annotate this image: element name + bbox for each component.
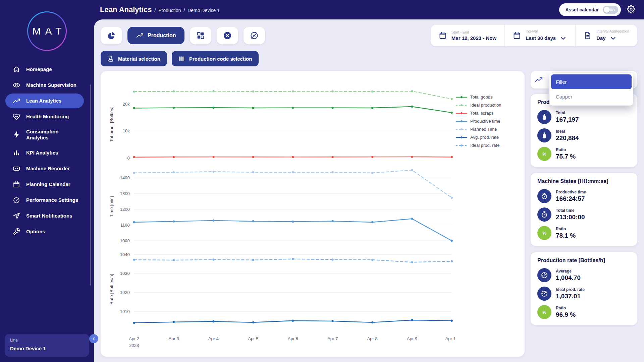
sidebar-item-machine-supervision[interactable]: Machine Supervision (5, 78, 84, 93)
sidebar-item-machine-recorder[interactable]: Machine Recorder (5, 161, 84, 176)
legend-item[interactable]: Productive time (455, 119, 519, 124)
production-code-selection-button[interactable]: Production code selection (172, 51, 259, 66)
kpi-row-ratio: % Ratio 78.1 % (537, 226, 631, 240)
clear-selection-button[interactable] (217, 27, 238, 44)
legend-line-sample (455, 104, 468, 107)
dropdown-option-capper[interactable]: Capper (551, 89, 632, 104)
legend-item[interactable]: Planned Time (455, 127, 519, 132)
view-switcher: Production (101, 27, 265, 44)
sidebar-menu: Homepage Machine Supervision Lean Analyt… (0, 59, 94, 330)
svg-text:Rate [Bottles/h]: Rate [Bottles/h] (109, 274, 114, 305)
logo-text: MAT (28, 12, 66, 50)
card-title: Production rate [Bottles/h] (537, 257, 631, 263)
svg-text:1100: 1100 (120, 223, 130, 228)
kpi-row-ideal: Ideal 220,884 (537, 128, 631, 142)
asset-calendar-label: Asset calendar (565, 7, 599, 12)
dropdown-option-filler[interactable]: Filler (551, 74, 632, 89)
toggle-off[interactable]: OFF (603, 6, 618, 14)
kpi-value: 78.1 % (556, 232, 576, 239)
legend-line-sample (455, 128, 468, 131)
percent-icon: % (537, 305, 551, 319)
aggregation-value: Day (596, 35, 606, 41)
sidebar-item-lean-analytics[interactable]: Lean Analytics (5, 94, 84, 108)
settings-button[interactable] (627, 5, 635, 14)
barcode-icon (178, 55, 185, 62)
aggregation-control[interactable]: Interval Aggregation Day (575, 25, 637, 46)
legend-line-sample (455, 144, 468, 147)
svg-text:1200: 1200 (120, 207, 130, 212)
gauge-view-button[interactable] (244, 27, 265, 44)
sidebar-collapse-button[interactable] (89, 334, 98, 343)
pie-view-button[interactable] (101, 27, 122, 44)
percent-icon: % (537, 147, 551, 161)
svg-text:Tot prod. [Bottles]: Tot prod. [Bottles] (109, 107, 114, 142)
legend-label: Productive time (470, 119, 500, 124)
trend-icon (13, 97, 20, 105)
eye-icon (13, 81, 20, 89)
main-area: Lean Analytics / Production / Demo Devic… (94, 0, 644, 362)
kpi-label: Total time (556, 208, 585, 213)
calendar-icon (13, 181, 20, 188)
svg-text:1000: 1000 (120, 238, 130, 243)
device-selector-label: Line (10, 338, 84, 343)
sidebar-scrollbar[interactable] (90, 84, 91, 286)
speed-icon (537, 287, 551, 301)
svg-text:1300: 1300 (120, 191, 130, 196)
send-icon (13, 212, 20, 220)
kpi-label: Average (556, 269, 581, 274)
material-selection-button[interactable]: Material selection (101, 51, 167, 66)
date-range-value: Mar 12, 2023 - Now (451, 35, 496, 41)
sidebar-item-label: Health Monitoring (26, 114, 69, 120)
chart-plot: 010k20kTot prod. [Bottles]10001100120013… (107, 76, 455, 352)
date-range-control[interactable]: Start - End Mar 12, 2023 - Now (431, 25, 504, 46)
stopwatch-icon (537, 207, 551, 222)
chart-legend: Total goodsIdeal productionTotal scrapsP… (455, 76, 519, 352)
asset-calendar-toggle[interactable]: Asset calendar OFF (559, 3, 621, 16)
sidebar-item-kpi-analytics[interactable]: KPI Analytics (5, 145, 84, 160)
legend-item[interactable]: Total goods (455, 95, 519, 100)
wrench-icon (13, 228, 20, 235)
sidebar-item-health-monitoring[interactable]: Health Monitoring (5, 109, 84, 124)
legend-item[interactable]: Total scraps (455, 111, 519, 116)
trend-icon (535, 76, 543, 84)
pie-chart-icon (107, 31, 116, 40)
file-icon (584, 32, 592, 40)
legend-item[interactable]: Avg. prod. rate (455, 135, 519, 140)
sidebar-item-planning-calendar[interactable]: Planning Calendar (5, 177, 84, 192)
svg-text:Apr 5: Apr 5 (248, 336, 258, 341)
kpi-row-ratio: % Ratio 75.7 % (537, 147, 631, 161)
svg-text:%: % (542, 310, 546, 315)
speed-icon (537, 268, 551, 282)
kpi-label: Ratio (556, 147, 576, 152)
interval-control[interactable]: Interval Last 30 days (504, 25, 575, 46)
chart-subpanel-2: 1010102010301040Rate [Bottles/h]Apr 2202… (107, 249, 455, 349)
device-selector[interactable]: Line Demo Device 1 (5, 334, 89, 357)
legend-item[interactable]: Ideal production (455, 103, 519, 108)
sidebar-item-options[interactable]: Options (5, 224, 84, 239)
sidebar-item-homepage[interactable]: Homepage (5, 62, 84, 77)
grid-view-button[interactable] (190, 27, 211, 44)
sidebar-item-consumption-analytics[interactable]: Consumption Analytics (5, 125, 84, 144)
calendar-icon (513, 32, 521, 40)
kpi-value: 96.9 % (556, 311, 576, 318)
production-tab[interactable]: Production (127, 27, 184, 44)
gear-icon (627, 5, 635, 13)
svg-text:Apr 10: Apr 10 (445, 336, 455, 341)
svg-text:1020: 1020 (120, 290, 130, 295)
sidebar-item-performance-settings[interactable]: Performance Settings (5, 193, 84, 207)
kpi-row-total-time: Total time 213:00:00 (537, 207, 631, 222)
gauge-off-icon (250, 31, 259, 40)
chart-subpanel-1: 10001100120013001400Time [min] (107, 165, 455, 249)
kpi-row-ideal-rate: Ideal prod. rate 1,037.01 (537, 287, 631, 301)
svg-text:1030: 1030 (120, 271, 130, 276)
interval-value: Last 30 days (526, 35, 556, 41)
sidebar-item-smart-notifications[interactable]: Smart Notifications (5, 208, 84, 223)
legend-item[interactable]: Ideal prod. rate (455, 143, 519, 148)
production-tab-label: Production (148, 33, 176, 39)
logo-ring: MAT (27, 11, 67, 51)
kpi-value: 166:24:57 (556, 195, 586, 202)
stopwatch-icon (537, 189, 551, 203)
kpi-row-total: Total 167,197 (537, 110, 631, 124)
sidebar-item-label: Performance Settings (26, 197, 78, 203)
heart-icon (13, 113, 20, 120)
